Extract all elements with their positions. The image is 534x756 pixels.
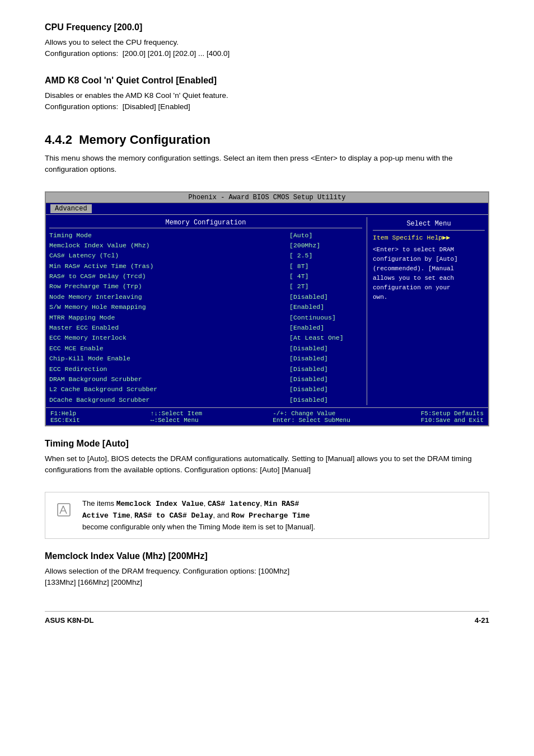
bios-value-timing-mode: [Auto]: [289, 231, 362, 241]
svg-line-1: [60, 506, 63, 514]
bios-footer-f5-defaults: F5:Setup Defaults: [421, 410, 484, 417]
timing-mode-body: When set to [Auto], BIOS detects the DRA…: [45, 453, 489, 476]
bios-label-chipkill: Chip-Kill Mode Enable: [49, 354, 289, 364]
bios-main-panel: Memory Configuration Timing Mode [Auto] …: [49, 217, 367, 406]
mem-config-title: 4.4.2 Memory Configuration: [45, 133, 489, 147]
mem-config-section: 4.4.2 Memory Configuration This menu sho…: [45, 133, 489, 176]
bios-tab-advanced[interactable]: Advanced: [50, 204, 92, 213]
bios-value-master-ecc: [Enabled]: [289, 323, 362, 333]
amd-k8-title: AMD K8 Cool 'n' Quiet Control [Enabled]: [45, 76, 489, 86]
memclock-body: Allows selection of the DRAM frequency. …: [45, 566, 489, 589]
bios-value-ecc-interlock: [At Least One]: [289, 333, 362, 343]
svg-rect-0: [58, 504, 70, 516]
bios-footer-select-item: ↑↓:Select Item: [151, 410, 202, 417]
bios-row-memclock[interactable]: Memclock Index Value (Mhz) [200Mhz]: [49, 241, 362, 251]
cpu-frequency-body: Allows you to select the CPU frequency. …: [45, 37, 489, 60]
bios-label-trp: Row Precharge Time (Trp): [49, 281, 289, 292]
note-text: The items Memclock Index Value, CAS# lat…: [82, 498, 315, 533]
bios-row-chipkill[interactable]: Chip-Kill Mode Enable [Disabled]: [49, 354, 362, 364]
bios-row-interleaving[interactable]: Node Memory Interleaving [Disabled]: [49, 292, 362, 302]
bios-label-timing-mode: Timing Mode: [49, 231, 289, 241]
bios-value-dcache-bg-scrub: [Disabled]: [289, 395, 362, 405]
bios-row-tras[interactable]: Min RAS# Active Time (Tras) [ 8T]: [49, 261, 362, 271]
note-box: The items Memclock Index Value, CAS# lat…: [45, 492, 489, 539]
section-number: 4.4.2: [45, 133, 72, 147]
bios-row-trcd[interactable]: RAS# to CAS# Delay (Trcd) [ 4T]: [49, 271, 362, 281]
bios-label-l2-bg-scrub: L2 Cache Background Scrubber: [49, 384, 289, 395]
cpu-frequency-title: CPU Frequency [200.0]: [45, 22, 489, 32]
footer-product: ASUS K8N-DL: [45, 616, 93, 624]
pencil-icon: [53, 499, 74, 520]
bios-row-l2-bg-scrub[interactable]: L2 Cache Background Scrubber [Disabled]: [49, 384, 362, 395]
bios-screen: Phoenix - Award BIOS CMOS Setup Utility …: [45, 191, 489, 427]
bios-footer-right: F5:Setup Defaults F10:Save and Exit: [421, 410, 484, 424]
bios-value-chipkill: [Disabled]: [289, 354, 362, 364]
bios-label-interleaving: Node Memory Interleaving: [49, 292, 289, 302]
bios-tab-bar: Advanced: [46, 203, 488, 215]
bios-label-cas: CAS# Latency (Tcl): [49, 251, 289, 261]
bios-body: Memory Configuration Timing Mode [Auto] …: [46, 215, 488, 408]
bios-label-dram-bg-scrub: DRAM Background Scrubber: [49, 374, 289, 384]
bios-footer-select-menu: ↔:Select Menu: [151, 417, 202, 424]
bios-label-memclock: Memclock Index Value (Mhz): [49, 241, 289, 251]
bios-row-dcache-bg-scrub[interactable]: DCache Background Scrubber [Disabled]: [49, 395, 362, 405]
bios-row-ecc-redirect[interactable]: ECC Redirection [Disabled]: [49, 364, 362, 374]
bios-footer-f1-help: F1:Help: [50, 410, 80, 417]
svg-line-2: [63, 506, 67, 514]
bios-value-cas: [ 2.5]: [289, 251, 362, 261]
mem-config-heading: Memory Configuration: [79, 133, 210, 147]
bios-row-mtrr[interactable]: MTRR Mapping Mode [Continuous]: [49, 313, 362, 323]
cpu-frequency-section: CPU Frequency [200.0] Allows you to sele…: [45, 22, 489, 60]
bios-value-mtrr: [Continuous]: [289, 313, 362, 323]
bios-row-master-ecc[interactable]: Master ECC Enabled [Enabled]: [49, 323, 362, 333]
bios-sidebar-title: Select Menu: [373, 217, 485, 231]
bios-title-bar: Phoenix - Award BIOS CMOS Setup Utility: [46, 192, 488, 203]
bios-value-sw-mem-hole: [Enabled]: [289, 302, 362, 312]
footer-page-number: 4-21: [475, 616, 489, 624]
bios-label-master-ecc: Master ECC Enabled: [49, 323, 289, 333]
bios-value-l2-bg-scrub: [Disabled]: [289, 384, 362, 395]
bios-value-ecc-mce: [Disabled]: [289, 344, 362, 354]
bios-row-sw-mem-hole[interactable]: S/W Memory Hole Remapping [Enabled]: [49, 302, 362, 312]
bios-footer-change-value: -/+: Change Value: [273, 410, 350, 417]
bios-footer-f10-save: F10:Save and Exit: [421, 417, 484, 424]
note-icon: [53, 499, 74, 524]
bios-footer-left: F1:Help ESC:Exit: [50, 410, 80, 424]
bios-footer: F1:Help ESC:Exit ↑↓:Select Item ↔:Select…: [46, 407, 488, 425]
bios-row-timing-mode[interactable]: Timing Mode [Auto]: [49, 231, 362, 241]
bios-label-mtrr: MTRR Mapping Mode: [49, 313, 289, 323]
bios-value-tras: [ 8T]: [289, 261, 362, 271]
bios-label-ecc-interlock: ECC Memory Interlock: [49, 333, 289, 343]
bios-item-specific-help-text: <Enter> to select DRAM configuration by …: [373, 245, 485, 302]
bios-item-specific-help-title: Item Specific Help▶▶: [373, 233, 485, 243]
bios-row-ecc-mce[interactable]: ECC MCE Enable [Disabled]: [49, 344, 362, 354]
bios-row-ecc-interlock[interactable]: ECC Memory Interlock [At Least One]: [49, 333, 362, 343]
bios-value-trcd: [ 4T]: [289, 271, 362, 281]
bios-label-trcd: RAS# to CAS# Delay (Trcd): [49, 271, 289, 281]
bios-screen-title: Memory Configuration: [49, 217, 362, 228]
mem-config-body: This menu shows the memory configuration…: [45, 153, 489, 176]
bios-footer-mid: ↑↓:Select Item ↔:Select Menu: [151, 410, 202, 424]
bios-footer-esc-exit: ESC:Exit: [50, 417, 80, 424]
memclock-title: Memclock Index Value (Mhz) [200MHz]: [45, 551, 489, 561]
amd-k8-section: AMD K8 Cool 'n' Quiet Control [Enabled] …: [45, 76, 489, 113]
bios-value-interleaving: [Disabled]: [289, 292, 362, 302]
bios-sidebar: Select Menu Item Specific Help▶▶ <Enter>…: [367, 217, 485, 406]
bios-row-trp[interactable]: Row Precharge Time (Trp) [ 2T]: [49, 281, 362, 292]
bios-label-tras: Min RAS# Active Time (Tras): [49, 261, 289, 271]
bios-value-trp: [ 2T]: [289, 281, 362, 292]
amd-k8-body: Disables or enables the AMD K8 Cool 'n' …: [45, 90, 489, 113]
bios-row-cas[interactable]: CAS# Latency (Tcl) [ 2.5]: [49, 251, 362, 261]
bios-label-sw-mem-hole: S/W Memory Hole Remapping: [49, 302, 289, 312]
bios-footer-select-submenu: Enter: Select SubMenu: [273, 417, 350, 424]
bios-value-dram-bg-scrub: [Disabled]: [289, 374, 362, 384]
bios-value-memclock: [200Mhz]: [289, 241, 362, 251]
bios-row-dram-bg-scrub[interactable]: DRAM Background Scrubber [Disabled]: [49, 374, 362, 384]
memclock-section: Memclock Index Value (Mhz) [200MHz] Allo…: [45, 551, 489, 589]
page-footer: ASUS K8N-DL 4-21: [45, 611, 489, 624]
bios-footer-mid2: -/+: Change Value Enter: Select SubMenu: [273, 410, 350, 424]
bios-label-ecc-redirect: ECC Redirection: [49, 364, 289, 374]
bios-label-ecc-mce: ECC MCE Enable: [49, 344, 289, 354]
bios-label-dcache-bg-scrub: DCache Background Scrubber: [49, 395, 289, 405]
timing-mode-title: Timing Mode [Auto]: [45, 439, 489, 449]
